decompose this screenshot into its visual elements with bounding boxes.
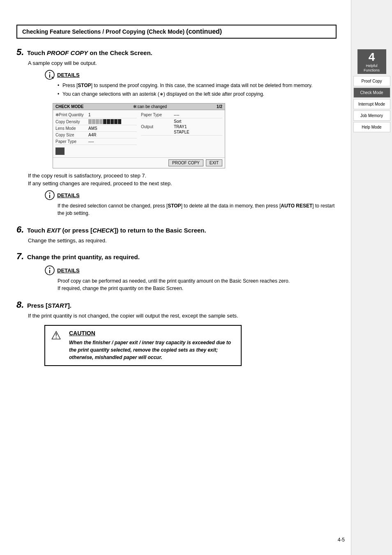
caution-content: CAUTION When the finisher / paper exit /… (69, 330, 235, 361)
details-box-3: DETAILS Proof copy can be performed as n… (44, 265, 337, 292)
svg-point-9 (49, 268, 51, 269)
caution-box: ⚠ CAUTION When the finisher / paper exit… (44, 325, 242, 366)
step-8-subtitle: If the print quantity is not changed, th… (28, 313, 337, 319)
detail-bullet-2: You can change selections with an asteri… (58, 90, 337, 98)
density-bar (88, 119, 137, 124)
details-content-3: Proof copy can be performed as needed, u… (58, 277, 337, 292)
details-content-2: If the desired selection cannot be chang… (58, 202, 337, 217)
screen-page: 1/2 (217, 104, 222, 109)
details-label-2: DETAILS (57, 192, 80, 198)
details-box-1: DETAILS Press [STOP] to suspend the proo… (44, 69, 337, 99)
details-box-2: DETAILS If the desired selection cannot … (44, 190, 337, 217)
step-8-title: 8. Press [START]. (16, 299, 337, 310)
screen-can-changed: ✻:can be changed (133, 104, 167, 109)
caution-text: When the finisher / paper exit / inner t… (69, 339, 235, 361)
details-content-1: Press [STOP] to suspend the proof copyin… (58, 82, 337, 99)
step-5-number: 5. (16, 47, 25, 58)
step-8-section: 8. Press [START]. If the print quantity … (16, 299, 337, 366)
svg-point-1 (49, 72, 51, 74)
exit-button[interactable]: EXIT (206, 159, 222, 166)
screen-row-print-qty: ✻Print Quantity 1 (55, 112, 137, 118)
after-screen-line1: If the copy result is satisfactory, proc… (28, 173, 337, 179)
details-icon-2 (44, 190, 55, 200)
screen-buttons: PROOF COPY EXIT (53, 157, 225, 168)
screen-row-output: Output Sort TRAY1 STAPLE (141, 118, 222, 136)
step-5-title: 5. Touch PROOF COPY on the Check Screen. (16, 47, 337, 58)
sidebar-item-proof-copy[interactable]: Proof Copy (353, 76, 390, 86)
step-6-title: 6. Touch EXIT (or press [CHECK]) to retu… (16, 224, 337, 235)
svg-line-3 (52, 77, 53, 78)
step-6-body: Change the settings, as required. (28, 237, 337, 244)
sidebar-item-check-mode[interactable]: Check Mode (353, 88, 390, 98)
step-8-number: 8. (16, 299, 25, 310)
printer-icon (55, 147, 65, 155)
sidebar-item-interrupt-mode[interactable]: Interrupt Mode (353, 99, 390, 109)
screen-output-values: Sort TRAY1 STAPLE (174, 119, 189, 134)
after-screen-line2: If any setting changes are required, pro… (28, 180, 337, 187)
step-5-body: A sample copy will be output. (28, 60, 337, 217)
sidebar: 4 Helpful Functions Proof Copy Check Mod… (351, 0, 392, 555)
details-icon-3 (44, 265, 55, 276)
details-header-3: DETAILS (44, 265, 337, 276)
screen-row-lens-mode: Lens Mode AMS (55, 125, 137, 132)
screen-row-paper-type-right: Paper Type ---- (141, 112, 222, 118)
tab-label: Helpful Functions (364, 64, 380, 73)
screen-row-copy-density: Copy Density (55, 118, 137, 125)
page-header: Checking Feature Selections / Proof Copy… (16, 25, 337, 39)
page-header-title: Checking Feature Selections / Proof Copy… (22, 28, 222, 35)
sidebar-item-job-memory[interactable]: Job Memory (353, 111, 390, 121)
details-header-1: DETAILS (44, 69, 337, 80)
step-5-subtitle: A sample copy will be output. (28, 60, 337, 66)
step-7-section: 7. Change the print quantity, as require… (16, 251, 337, 292)
step-7-title: 7. Change the print quantity, as require… (16, 251, 337, 262)
step-6-number: 6. (16, 224, 25, 235)
screen-header: CHECK MODE ✻:can be changed 1/2 (53, 104, 225, 110)
tab-number: 4 (369, 51, 375, 64)
screen-row-copy-size: Copy Size A4R (55, 132, 137, 138)
details-icon-1 (44, 69, 55, 80)
caution-title: CAUTION (69, 330, 235, 336)
sidebar-item-help-mode[interactable]: Help Mode (353, 122, 390, 132)
check-mode-screen: CHECK MODE ✻:can be changed 1/2 ✻Print Q… (53, 103, 225, 168)
sidebar-tab-number: 4 Helpful Functions (357, 49, 386, 74)
caution-icon: ⚠ (51, 330, 64, 341)
details-label-3: DETAILS (57, 267, 80, 274)
step-6-subtitle: Change the settings, as required. (28, 237, 337, 244)
page-container: 4 Helpful Functions Proof Copy Check Mod… (0, 0, 392, 555)
screen-body: ✻Print Quantity 1 Copy Density (53, 110, 225, 157)
proof-copy-button[interactable]: PROOF COPY (168, 159, 203, 166)
svg-point-6 (49, 193, 51, 194)
step-5-section: 5. Touch PROOF COPY on the Check Screen.… (16, 47, 337, 217)
details-header-2: DETAILS (44, 190, 337, 200)
screen-right: Paper Type ---- Output Sort TRAY1 STAPLE (141, 112, 222, 156)
details-label-1: DETAILS (57, 72, 80, 78)
step-8-body: If the print quantity is not changed, th… (28, 313, 337, 366)
page-number: 4-5 (338, 537, 345, 543)
detail-bullet-1: Press [STOP] to suspend the proof copyin… (58, 82, 337, 89)
step-6-section: 6. Touch EXIT (or press [CHECK]) to retu… (16, 224, 337, 244)
step-7-number: 7. (16, 251, 25, 262)
screen-row-paper-type: Paper Type ---- (55, 138, 137, 145)
screen-title: CHECK MODE (55, 104, 83, 109)
screen-left: ✻Print Quantity 1 Copy Density (55, 112, 137, 156)
screen-printer-row (55, 147, 137, 156)
main-content: Checking Feature Selections / Proof Copy… (0, 0, 349, 390)
step-7-body: DETAILS Proof copy can be performed as n… (28, 265, 337, 292)
